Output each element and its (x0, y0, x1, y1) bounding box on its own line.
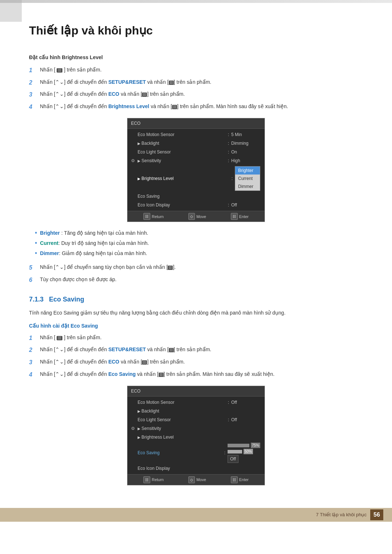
page-number: 56 (370, 509, 383, 520)
eco-screen-1-body: Eco Motion Sensor : 5 Min Backlight : Di… (127, 129, 265, 211)
bullet-current: • Current: Duy trì độ sáng hiện tại của … (35, 239, 363, 247)
gear-icon-2: ⚙ (131, 425, 135, 432)
gear-icon: ⚙ (131, 157, 135, 164)
eco-screen-1-footer: ☷ Return ◇ Move ☷ Enter (127, 211, 265, 222)
footer-return-1: ☷ Return (143, 213, 164, 220)
eco2-row-icon-display: Eco Icon Display (127, 464, 265, 473)
brightness-steps-list: 1 Nhấn [ ☷ ] trên sản phẩm. 2 Nhấn [⌃⌄] … (29, 66, 363, 111)
eco2-row-brightness-level: Brightness Level (127, 433, 265, 442)
step-6: 6 Tùy chọn được chọn sẽ được áp. (29, 275, 363, 285)
eco-row-motion-sensor: Eco Motion Sensor : 5 Min (127, 130, 265, 139)
page-title: Thiết lập và khôi phục (29, 15, 363, 39)
brightness-section: Đặt cấu hình Brightness Level 1 Nhấn [ ☷… (29, 54, 363, 284)
eco-screen-2-body: Eco Motion Sensor : Off Backlight Eco Li… (127, 397, 265, 474)
brightness-steps-cont: 5 Nhấn [⌃⌄] để chuyển sang tùy chọn bạn … (29, 263, 363, 284)
eco2-row-sensitivity: ⚙ Sensitivity (127, 424, 265, 433)
eco2-row-eco-saving: Eco Saving : 75% 50% Off (127, 442, 265, 464)
eco2-row-light-sensor: Eco Light Sensor : Off (127, 415, 265, 424)
eco-step-1: 1 Nhấn [ ☷ ] trên sản phẩm. (29, 333, 363, 343)
eco-row-icon-display-1: Eco Icon Display : Off (127, 201, 265, 209)
footer-move-1: ◇ Move (188, 213, 206, 220)
step-5: 5 Nhấn [⌃⌄] để chuyển sang tùy chọn bạn … (29, 263, 363, 272)
dropdown-dimmer: Dimmer (235, 182, 260, 190)
brightness-section-label: Đặt cấu hình Brightness Level (29, 54, 363, 61)
step-4: 4 Nhấn [⌃⌄] để di chuyển đến Brightness … (29, 102, 363, 112)
top-decorative-bar (0, 0, 392, 3)
eco-saving-body: Tính năng Eco Saving giảm sự tiêu thụ nă… (29, 309, 363, 317)
footer-text: 7 Thiết lập và khôi phục (316, 511, 367, 518)
eco-screen-1-header: ECO (127, 118, 265, 129)
eco-row-brightness-level: Brightness Level : Brighter Current Dimm… (127, 165, 265, 192)
eco2-row-backlight: Backlight (127, 407, 265, 415)
eco-saving-steps: 1 Nhấn [ ☷ ] trên sản phẩm. 2 Nhấn [⌃⌄] … (29, 333, 363, 379)
bullet-list: • Brighter : Tăng độ sáng hiện tại của m… (35, 229, 363, 257)
eco2-row-motion-sensor: Eco Motion Sensor : Off (127, 398, 265, 407)
corner-accent (0, 0, 22, 22)
dropdown-current: Current (235, 175, 260, 182)
step-2: 2 Nhấn [⌃⌄] để di chuyển đến SETUP&RESET… (29, 78, 363, 87)
eco-row-eco-saving-1: Eco Saving (127, 192, 265, 201)
footer-enter-2: ☷ Enter (231, 476, 249, 483)
eco-screen-2-footer: ☷ Return ◇ Move ☷ Enter (127, 474, 265, 485)
dropdown-brighter: Brighter (235, 167, 260, 175)
footer-return-2: ☷ Return (143, 476, 164, 483)
bullet-brighter: • Brighter : Tăng độ sáng hiện tại của m… (35, 229, 363, 237)
eco-screen-2-header: ECO (127, 386, 265, 397)
step-3: 3 Nhấn [⌃⌄] để di chuyển đến ECO và nhấn… (29, 90, 363, 99)
step-1: 1 Nhấn [ ☷ ] trên sản phẩm. (29, 66, 363, 75)
eco-row-backlight: Backlight : Dimming (127, 139, 265, 148)
subsection-713-title: 7.1.3 Eco Saving (29, 295, 363, 304)
brightness-dropdown: Brighter Current Dimmer (235, 166, 260, 191)
eco-saving-config-label: Cấu hình cài đặt Eco Saving (29, 322, 363, 330)
eco-screen-1: ECO Eco Motion Sensor : 5 Min Backlight … (127, 118, 265, 222)
eco-step-2: 2 Nhấn [⌃⌄] để di chuyển đến SETUP&RESET… (29, 345, 363, 355)
eco-saving-bars: 75% 50% Off (228, 443, 260, 463)
eco-step-4: 4 Nhấn [⌃⌄] để di chuyển đến Eco Saving … (29, 370, 363, 379)
eco-row-light-sensor: Eco Light Sensor : On (127, 148, 265, 156)
eco-screen-2: ECO Eco Motion Sensor : Off Backlight Ec… (127, 386, 265, 485)
eco-step-3: 3 Nhấn [⌃⌄] để di chuyển đến ECO và nhấn… (29, 358, 363, 367)
footer-enter-1: ☷ Enter (231, 213, 249, 220)
eco-row-sensitivity: ⚙ Sensitivity : High (127, 156, 265, 165)
footer-move-2: ◇ Move (188, 476, 206, 483)
page-footer: 7 Thiết lập và khôi phục 56 (0, 508, 392, 522)
eco-saving-section: 7.1.3 Eco Saving Tính năng Eco Saving gi… (29, 295, 363, 485)
bullet-dimmer: • Dimmer: Giảm độ sáng hiện tại của màn … (35, 250, 363, 258)
